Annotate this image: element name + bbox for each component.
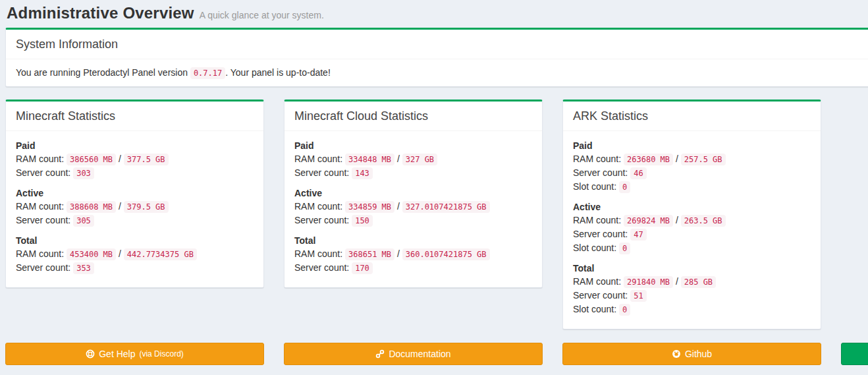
stat-value-separator: / [673,154,681,164]
stat-row-label: RAM count: [573,215,624,225]
stat-row-label: Server count: [294,215,352,225]
stat-row-label: RAM count: [294,154,345,164]
link-icon [375,349,385,359]
stat-card: ARK StatisticsPaidRAM count: 263680 MB /… [562,100,821,330]
stat-value: 170 [352,262,373,274]
stat-row-label: Server count: [294,262,352,273]
stat-value-separator: / [116,248,124,259]
stat-row-label: Server count: [573,290,630,301]
stat-value-separator: / [394,201,402,212]
stat-value: 51 [630,290,646,302]
stat-row-label: Slot count: [573,304,619,314]
stat-value: 0 [619,181,630,193]
github-button[interactable]: Github [562,343,821,365]
stat-value-separator: / [673,276,681,287]
stat-row-label: RAM count: [16,154,67,164]
stat-section-label: Total [573,263,594,274]
stat-value: 453400 MB [67,248,116,260]
stat-value: 285 GB [681,276,716,288]
stat-section: TotalRAM count: 291840 MB / 285 GBServer… [573,262,811,316]
stat-row-label: Server count: [16,262,73,273]
stat-value: 0 [619,243,630,254]
stat-section: PaidRAM count: 263680 MB / 257.5 GBServe… [573,139,811,194]
page-header: Administrative OverviewA quick glance at… [0,0,868,28]
stat-row-label: Server count: [573,167,630,178]
stat-section-label: Active [16,188,43,198]
stat-row-label: RAM count: [294,201,345,212]
stat-value: 379.5 GB [124,201,169,213]
cutoff-green-button[interactable] [841,343,868,365]
stat-section: TotalRAM count: 368651 MB / 360.01074218… [294,234,532,275]
stat-value: 388608 MB [67,201,116,213]
stat-card-body: PaidRAM count: 263680 MB / 257.5 GBServe… [563,131,821,329]
stat-card-body: PaidRAM count: 386560 MB / 377.5 GBServe… [6,131,263,287]
stat-value: 353 [73,262,94,274]
stat-section: PaidRAM count: 334848 MB / 327 GBServer … [294,139,532,180]
stat-value: 334848 MB [345,154,394,165]
button-label: Github [685,349,712,359]
life-ring-icon [86,349,95,359]
version-message-prefix: You are running Pterodactyl Panel versio… [16,67,188,78]
stat-row-label: RAM count: [573,154,624,164]
stat-value: 291840 MB [624,276,673,288]
stat-card-title: Minecraft Cloud Statistics [294,108,532,124]
stat-value: 305 [73,215,94,227]
stat-value: 143 [352,167,373,179]
stat-row-label: Server count: [294,167,352,178]
stat-value: 303 [73,167,94,179]
stat-row-label: Server count: [573,229,630,239]
stat-section-label: Paid [16,140,36,151]
stat-row-label: Server count: [16,167,73,178]
stat-section: ActiveRAM count: 388608 MB / 379.5 GBSer… [16,187,254,227]
stat-section-label: Active [573,202,601,212]
stat-section: PaidRAM count: 386560 MB / 377.5 GBServe… [16,139,254,180]
stat-section: ActiveRAM count: 334859 MB / 327.0107421… [294,187,532,227]
page-title: Administrative Overview [7,4,194,22]
stat-value: 46 [630,167,646,179]
stat-value: 368651 MB [345,248,394,260]
stat-section-label: Paid [294,140,314,151]
documentation-button[interactable]: Documentation [284,343,543,365]
stat-card-header: ARK Statistics [563,101,821,131]
stat-card: Minecraft Cloud StatisticsPaidRAM count:… [284,100,543,288]
stat-value: 257.5 GB [681,154,726,165]
stat-section: ActiveRAM count: 269824 MB / 263.5 GBSer… [573,200,811,255]
stat-value: 263680 MB [624,154,673,165]
system-info-body: You are running Pterodactyl Panel versio… [6,59,868,86]
stat-value: 263.5 GB [681,215,726,227]
buttons-row: Get Help(via Discord)DocumentationGithub [5,343,868,365]
stat-card-title: ARK Statistics [573,108,811,124]
stat-section-label: Total [294,235,315,246]
system-info-header: System Information [6,30,868,59]
stat-section-label: Paid [573,140,593,151]
stat-value: 0 [619,304,630,316]
stat-value: 327 GB [402,154,437,165]
get-help-button[interactable]: Get Help(via Discord) [5,343,264,365]
stat-value: 386560 MB [67,154,116,165]
stat-card: Minecraft StatisticsPaidRAM count: 38656… [5,100,264,288]
stat-section-label: Active [294,188,322,198]
stat-row-label: RAM count: [16,201,67,212]
version-badge: 0.7.17 [190,67,225,79]
button-label: Get Help [99,349,135,359]
stat-row-label: Slot count: [573,181,619,192]
stat-card-title: Minecraft Statistics [16,108,254,124]
stat-value-separator: / [673,215,681,225]
stat-row-label: RAM count: [16,248,67,259]
stat-value-separator: / [116,201,124,212]
cards-row: Minecraft StatisticsPaidRAM count: 38656… [5,100,868,330]
stat-value: 47 [630,229,646,241]
stat-value-separator: / [394,154,402,164]
stat-value: 327.0107421875 GB [402,201,490,213]
button-sublabel: (via Discord) [139,350,183,358]
stat-section-label: Total [16,235,37,246]
stat-value-separator: / [394,248,402,259]
stat-value: 269824 MB [624,215,673,227]
stat-row-label: Server count: [16,215,73,225]
system-info-box: System Information You are running Ptero… [5,28,868,87]
button-label: Documentation [389,349,450,359]
stat-section: TotalRAM count: 453400 MB / 442.7734375 … [16,234,254,275]
stat-row-label: Slot count: [573,243,619,253]
version-message-suffix: . Your panel is up-to-date! [225,67,331,78]
stat-card-header: Minecraft Cloud Statistics [285,101,542,131]
